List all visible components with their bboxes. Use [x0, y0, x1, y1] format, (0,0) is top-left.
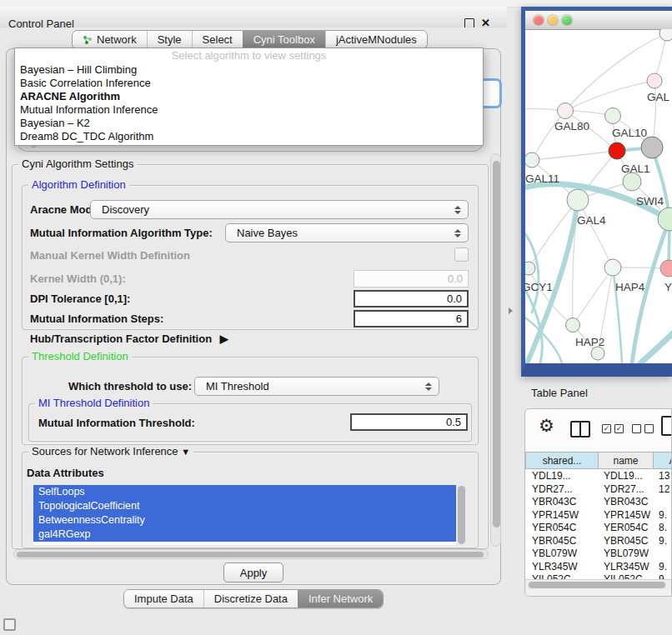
tab-cyni-toolbox[interactable]: Cyni Toolbox: [243, 31, 325, 48]
checked-checkbox-icon[interactable]: ✓: [602, 424, 611, 433]
tab-label: jActiveMNodules: [336, 33, 417, 46]
table-row[interactable]: YLR345WYLR345W9.: [525, 560, 672, 573]
list-item[interactable]: SelfLoops: [33, 485, 456, 499]
unchecked-checkbox-icon[interactable]: [644, 424, 654, 433]
network-node-label: GCY1: [525, 281, 553, 293]
network-node-label: SWI4: [636, 195, 664, 208]
network-canvas[interactable]: GALGAL80GAL10GAL1GAL11SWI4GAL4GCY1HAP4YH…: [525, 29, 672, 363]
minimize-window-icon[interactable]: [548, 15, 558, 25]
dropdown-item-highlighted[interactable]: ARACNE Algorithm: [15, 90, 483, 103]
split-columns-icon[interactable]: [570, 421, 590, 438]
network-edge[interactable]: [640, 326, 672, 363]
table-cell: YBR045C: [604, 535, 648, 547]
column-header-clipped[interactable]: A: [654, 452, 672, 469]
kernel-width-field[interactable]: 0.0: [354, 270, 469, 288]
which-threshold-combo[interactable]: MI Threshold: [194, 377, 439, 396]
manual-kernel-checkbox[interactable]: [454, 248, 469, 262]
network-node[interactable]: [609, 142, 625, 159]
network-node-hap2[interactable]: [566, 318, 580, 332]
table-cell: YDR27...: [532, 483, 573, 495]
list-item[interactable]: TopologicalCoefficient: [33, 499, 456, 513]
gear-icon[interactable]: ⚙: [539, 416, 554, 436]
network-node-swi4[interactable]: [658, 208, 672, 231]
network-node[interactable]: [659, 29, 672, 41]
data-attributes-label: Data Attributes: [27, 467, 104, 480]
network-edge[interactable]: [573, 268, 613, 325]
tab-discretize-data[interactable]: Discretize Data: [203, 590, 298, 608]
mi-threshold-field[interactable]: 0.5: [350, 413, 468, 431]
table-row[interactable]: YDL19...YDL19...13: [525, 469, 672, 482]
network-node-gal[interactable]: [647, 73, 662, 88]
column-header-name[interactable]: name: [599, 452, 654, 469]
network-edge[interactable]: [532, 151, 617, 160]
network-node-gal11[interactable]: [525, 152, 539, 168]
list-item[interactable]: BetweennessCentrality: [33, 513, 456, 528]
table-row[interactable]: YIL052CYIL052C9.: [525, 572, 672, 579]
network-node-gcy1[interactable]: [525, 262, 535, 275]
scrollbar-thumb[interactable]: [529, 582, 665, 588]
table-header: shared... name A: [525, 452, 672, 469]
close-window-icon[interactable]: [534, 15, 544, 25]
mi-steps-field[interactable]: 6: [354, 310, 469, 328]
network-node-gal4[interactable]: [567, 189, 589, 211]
checked-checkbox-icon[interactable]: ✓: [614, 424, 624, 433]
dropdown-item[interactable]: Bayesian – K2: [15, 117, 483, 130]
table-horizontal-scrollbar[interactable]: [525, 579, 672, 591]
collapse-down-icon[interactable]: ▼: [181, 447, 190, 457]
network-view-window[interactable]: GALGAL80GAL10GAL1GAL11SWI4GAL4GCY1HAP4YH…: [521, 7, 672, 377]
table-row[interactable]: YPR145WYPR145W9.: [525, 508, 672, 522]
tab-jactivemnodules[interactable]: jActiveMNodules: [325, 31, 427, 48]
aracne-mode-combo[interactable]: Discovery: [90, 200, 469, 219]
dropdown-item[interactable]: Bayesian – Hill Climbing: [15, 63, 483, 77]
list-item[interactable]: gal4RGexp: [33, 528, 456, 542]
table-row[interactable]: YBR045CYBR045C9.: [525, 534, 672, 548]
panel-splitter-arrow-icon[interactable]: [509, 308, 513, 314]
zoom-window-icon[interactable]: [562, 15, 572, 25]
expand-right-icon[interactable]: ▶: [220, 332, 228, 345]
network-edge[interactable]: [578, 200, 613, 268]
table-row[interactable]: YER054CYER054C8.: [525, 521, 672, 534]
table-cell: YIL052C: [604, 573, 643, 579]
network-edge[interactable]: [529, 268, 573, 325]
network-window-titlebar[interactable]: [525, 11, 672, 30]
combo-spinner-icon: [425, 382, 432, 391]
scrollbar-thumb[interactable]: [458, 486, 465, 544]
network-node-hap4[interactable]: [604, 259, 621, 276]
dropdown-item[interactable]: Mutual Information Inference: [15, 103, 483, 117]
tab-style[interactable]: Style: [147, 31, 192, 48]
network-edge[interactable]: [532, 111, 565, 160]
settings-vertical-scrollbar[interactable]: [490, 153, 501, 547]
settings-horizontal-scrollbar[interactable]: [13, 549, 489, 559]
network-node[interactable]: [641, 137, 663, 158]
docked-panel-icon[interactable]: [3, 618, 16, 631]
unchecked-checkbox-icon[interactable]: [632, 424, 641, 433]
tab-network[interactable]: Network: [73, 31, 147, 48]
table-row[interactable]: YDR27...YDR27...12: [525, 482, 672, 496]
tab-select[interactable]: Select: [192, 31, 243, 48]
network-node[interactable]: [591, 347, 604, 360]
network-node-y[interactable]: [660, 260, 672, 277]
network-node-gal10[interactable]: [605, 108, 621, 124]
column-header-shared[interactable]: shared...: [525, 452, 599, 469]
scrollbar-thumb[interactable]: [493, 161, 500, 528]
table-cell: 8.: [659, 522, 667, 533]
table-panel-title: Table Panel: [531, 387, 588, 399]
table-row[interactable]: YBL079WYBL079W: [525, 547, 672, 560]
dropdown-item[interactable]: Dream8 DC_TDC Algorithm: [15, 130, 483, 143]
table-row[interactable]: YBR043CYBR043C: [525, 495, 672, 508]
dropdown-item[interactable]: Basic Correlation Inference: [15, 77, 483, 90]
document-icon[interactable]: [661, 416, 672, 436]
apply-button[interactable]: Apply: [223, 562, 283, 582]
sources-title[interactable]: Sources for Network Inference ▼: [28, 446, 193, 458]
network-node-gal1[interactable]: [623, 172, 641, 191]
dpi-tolerance-value: 0.0: [447, 292, 462, 305]
scrollbar-thumb[interactable]: [17, 552, 484, 558]
hub-section-label[interactable]: Hub/Transcription Factor Definition ▶: [30, 332, 228, 346]
tab-infer-network[interactable]: Infer Network: [298, 590, 383, 608]
dpi-tolerance-field[interactable]: 0.0: [354, 290, 469, 308]
attributes-list-scrollbar[interactable]: [458, 486, 465, 544]
mi-type-combo[interactable]: Naive Bayes: [225, 223, 469, 242]
tab-impute-data[interactable]: Impute Data: [124, 590, 203, 608]
network-node-gal80[interactable]: [558, 103, 574, 119]
mi-type-value: Naive Bayes: [237, 227, 298, 239]
